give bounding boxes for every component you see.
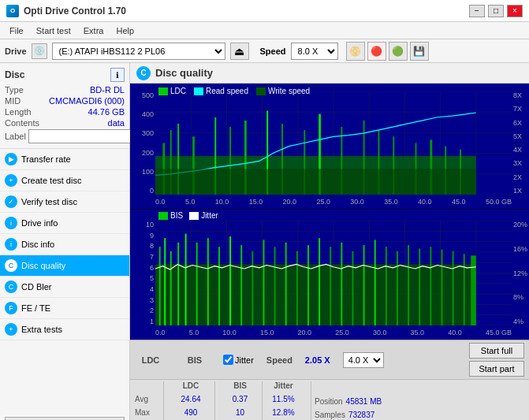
bottom-chart-legend: BIS Jitter [158, 211, 218, 220]
menu-extra[interactable]: Extra [77, 24, 110, 37]
menu-file[interactable]: File [3, 24, 30, 37]
y-right-2x: 2X [513, 173, 527, 181]
bis-header: BIS [179, 355, 210, 365]
disc-label-label: Label [5, 132, 26, 141]
legend-bis: BIS [158, 211, 183, 220]
toolbar-icon-3[interactable]: 🟢 [389, 42, 408, 61]
nav-item-disc-quality[interactable]: C Disc quality [0, 255, 129, 277]
legend-ldc-label: LDC [170, 87, 186, 95]
samples-value: 732837 [348, 411, 374, 419]
max-label: Max [135, 408, 163, 420]
disc-mid-row: MID CMCMAGDI6 (000) [5, 96, 125, 106]
ldc-avg: 24.64 [167, 395, 214, 407]
drive-label: Drive [5, 46, 27, 56]
nav-item-cd-bler[interactable]: C CD Bler [0, 277, 129, 298]
bottom-y-axis-right: 20% 16% 12% 8% 4% [512, 221, 529, 325]
top-x-axis: 0.0 5.0 10.0 15.0 20.0 25.0 30.0 35.0 40… [155, 195, 512, 209]
svg-rect-83 [430, 247, 431, 325]
y-label-400: 400 [132, 110, 154, 118]
charts-area: LDC Read speed Write speed 500 400 30 [130, 84, 529, 420]
close-button[interactable]: × [507, 5, 523, 17]
nav-item-disc-info[interactable]: i Disc info [0, 234, 129, 255]
svg-rect-71 [296, 251, 298, 325]
menu-help[interactable]: Help [110, 24, 140, 37]
maximize-button[interactable]: □ [488, 5, 504, 17]
jitter-checkbox-row[interactable]: Jitter [223, 355, 254, 365]
disc-label-row: Label ⚙ [5, 129, 125, 143]
legend-read-speed-label: Read speed [206, 87, 248, 95]
nav-label-verify-test-disc: Verify test disc [21, 197, 77, 206]
top-chart-svg [155, 91, 512, 195]
toolbar-icon-2[interactable]: 🔴 [367, 42, 386, 61]
nav-item-drive-info[interactable]: i Drive info [0, 213, 129, 234]
status-window-button[interactable]: Status window >> [5, 417, 125, 420]
bis-max: 10 [218, 408, 262, 420]
title-bar-left: O Opti Drive Control 1.70 [6, 5, 126, 17]
bottom-chart: BIS Jitter 10 9 8 7 6 5 4 3 [130, 210, 529, 340]
title-bar-controls: − □ × [469, 5, 523, 17]
svg-rect-77 [363, 245, 365, 325]
svg-rect-81 [408, 245, 409, 325]
svg-rect-72 [307, 245, 309, 325]
nav-label-drive-info: Drive info [21, 218, 58, 228]
svg-rect-60 [177, 243, 179, 325]
x-25: 25.0 [316, 198, 330, 206]
nav-label-disc-quality: Disc quality [21, 261, 65, 270]
speed-select-stats[interactable]: 4.0 X [343, 352, 384, 368]
start-part-button[interactable]: Start part [469, 361, 524, 377]
drive-eject-icon[interactable]: 💿 [32, 43, 47, 59]
nav-icon-cd-bler: C [5, 281, 17, 293]
disc-label-input[interactable] [28, 129, 133, 143]
svg-rect-84 [441, 250, 443, 325]
x-50: 50.0 GB [486, 198, 512, 206]
nav-icon-disc-quality: C [5, 259, 17, 272]
disc-contents-value: data [108, 118, 125, 128]
x-15: 15.0 [249, 198, 263, 206]
content-title: Disc quality [155, 67, 213, 79]
nav-label-transfer-rate: Transfer rate [21, 154, 71, 164]
svg-rect-86 [464, 254, 465, 325]
y-label-300: 300 [132, 129, 154, 137]
position-label: Position [315, 397, 343, 406]
toolbar-icon-1[interactable]: 📀 [346, 42, 365, 61]
position-stats-col: Position 45831 MB Samples 732837 [311, 381, 382, 420]
disc-info-icon[interactable]: ℹ [110, 68, 125, 82]
drive-refresh-icon[interactable]: ⏏ [230, 43, 249, 60]
legend-read-speed-box [194, 87, 203, 95]
disc-contents-row: Contents data [5, 118, 125, 128]
bis-stats-col: BIS 0.37 10 271677 [214, 381, 262, 420]
nav-item-extra-tests[interactable]: + Extra tests [0, 319, 129, 340]
x-10: 10.0 [215, 198, 229, 206]
nav-items: ▶ Transfer rate + Create test disc ✓ Ver… [0, 149, 129, 414]
svg-rect-35 [155, 169, 476, 195]
nav-item-verify-test-disc[interactable]: ✓ Verify test disc [0, 191, 129, 213]
legend-write-speed: Write speed [256, 87, 310, 95]
svg-rect-76 [352, 251, 354, 325]
svg-rect-57 [159, 247, 161, 325]
minimize-button[interactable]: − [469, 5, 485, 17]
speed-select[interactable]: 8.0 X [291, 43, 338, 60]
samples-label: Samples [315, 411, 345, 419]
content-header-icon: C [136, 66, 151, 80]
legend-ldc-box [158, 87, 168, 95]
content-header: C Disc quality [130, 63, 529, 84]
svg-rect-62 [196, 243, 198, 325]
jitter-checkbox[interactable] [223, 355, 233, 365]
disc-type-row: Type BD-R DL [5, 85, 125, 95]
nav-item-fe-te[interactable]: F FE / TE [0, 298, 129, 319]
svg-rect-79 [386, 247, 387, 325]
disc-length-label: Length [5, 107, 32, 117]
legend-write-speed-box [256, 87, 266, 95]
nav-item-transfer-rate[interactable]: ▶ Transfer rate [0, 149, 129, 170]
svg-rect-78 [374, 240, 376, 325]
y-right-8x: 8X [513, 91, 527, 99]
menu-start-test[interactable]: Start test [30, 24, 77, 37]
y-right-3x: 3X [513, 159, 527, 167]
drive-bar: Drive 💿 (E:) ATAPI iHBS112 2 PL06 ⏏ Spee… [0, 39, 529, 63]
nav-item-create-test-disc[interactable]: + Create test disc [0, 170, 129, 191]
toolbar-icon-4[interactable]: 💾 [410, 42, 429, 61]
disc-section-title: Disc [5, 69, 24, 80]
start-full-button[interactable]: Start full [469, 343, 524, 359]
disc-info-section: Disc ℹ Type BD-R DL MID CMCMAGDI6 (000) … [0, 63, 129, 149]
drive-select[interactable]: (E:) ATAPI iHBS112 2 PL06 [52, 43, 225, 60]
